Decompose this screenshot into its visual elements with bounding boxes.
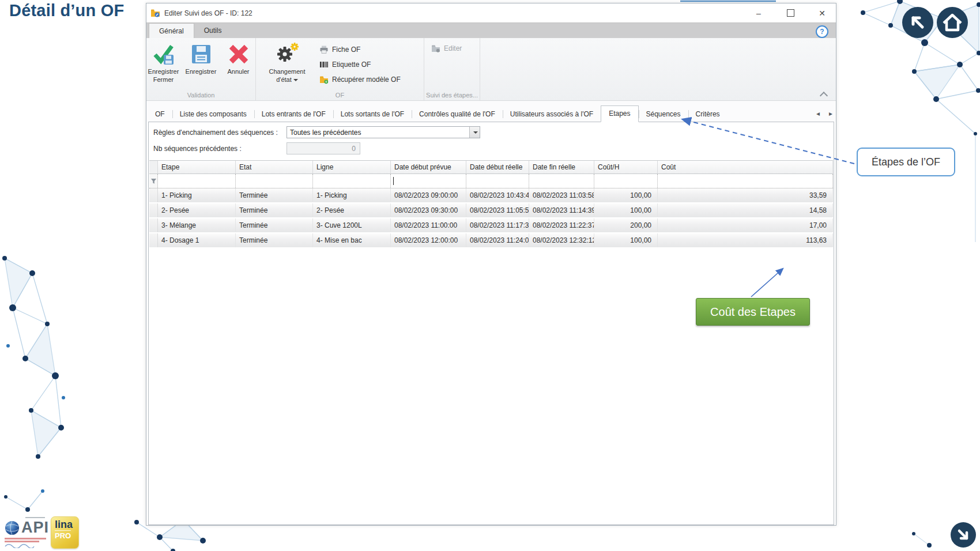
ribbon-tab-outils[interactable]: Outils <box>194 23 232 38</box>
filter-cell-etat[interactable] <box>236 174 313 188</box>
row-indicator <box>149 203 158 217</box>
combobox-dropdown-button[interactable] <box>469 127 480 138</box>
grid-row-3[interactable]: 3- Mélange Terminée 3- Cuve 1200L 08/02/… <box>149 218 833 233</box>
ribbon-tab-general[interactable]: Général <box>149 23 194 38</box>
cell-cout-h[interactable]: 100,00 <box>594 203 658 217</box>
col-cout-h[interactable]: Coût/H <box>594 161 658 173</box>
cell-ligne[interactable]: 1- Picking <box>313 188 391 202</box>
tab-controles-qualite[interactable]: Contrôles qualité de l'OF <box>412 107 503 122</box>
cell-date-fin-reelle[interactable]: 08/02/2023 12:32:12 <box>529 233 594 247</box>
cell-date-fin-reelle[interactable]: 08/02/2023 11:14:39 <box>529 203 594 217</box>
col-ligne[interactable]: Ligne <box>313 161 391 173</box>
save-label: Enregistrer <box>186 68 217 76</box>
nav-up-left-button[interactable] <box>902 7 933 38</box>
cell-date-debut-reelle[interactable]: 08/02/2023 11:17:31 <box>466 218 529 232</box>
home-icon <box>937 7 968 38</box>
nav-home-button[interactable] <box>937 7 968 38</box>
nb-sequences-label: Nb séquences précédentes : <box>153 145 242 153</box>
cell-cout-h[interactable]: 100,00 <box>594 233 658 247</box>
cell-date-debut-prevue[interactable]: 08/02/2023 11:00:00 <box>391 218 466 232</box>
tab-utilisateurs[interactable]: Utilisateurs associés à l'OF <box>503 107 601 122</box>
dropdown-caret-icon <box>293 79 298 81</box>
minimize-button[interactable]: – <box>754 9 763 18</box>
help-button[interactable]: ? <box>816 25 828 38</box>
filter-cell-cout-h[interactable] <box>594 174 658 188</box>
filter-cell-date-debut-reelle[interactable] <box>466 174 529 188</box>
group-label-suivi: Suivi des étapes... <box>424 92 480 99</box>
col-etat[interactable]: Etat <box>236 161 313 173</box>
cell-etape[interactable]: 2- Pesée <box>158 203 236 217</box>
tab-etapes[interactable]: Etapes <box>601 105 638 122</box>
lina-logo-text: lina <box>55 519 78 530</box>
cell-ligne[interactable]: 3- Cuve 1200L <box>313 218 391 232</box>
tab-liste-composants[interactable]: Liste des composants <box>172 107 254 122</box>
col-cout[interactable]: Coût <box>658 161 833 173</box>
callout-etapes-label: Étapes de l’OF <box>872 156 940 168</box>
cell-cout[interactable]: 17,00 <box>658 218 833 232</box>
cell-cout[interactable]: 14,58 <box>658 203 833 217</box>
cell-cout-h[interactable]: 200,00 <box>594 218 658 232</box>
cell-etat[interactable]: Terminée <box>236 203 313 217</box>
filter-cell-date-fin-reelle[interactable] <box>529 174 594 188</box>
col-date-debut-prevue[interactable]: Date début prévue <box>391 161 466 173</box>
nav-down-right-button[interactable] <box>951 522 976 548</box>
folder-download-icon <box>319 75 329 84</box>
tab-lots-sortants[interactable]: Lots sortants de l'OF <box>333 107 412 122</box>
fiche-of-button[interactable]: Fiche OF <box>319 44 401 55</box>
rule-combobox[interactable]: Toutes les précédentes <box>287 126 480 138</box>
close-button[interactable]: ✕ <box>817 9 827 18</box>
cell-date-fin-reelle[interactable]: 08/02/2023 11:03:58 <box>529 188 594 202</box>
pro-logo-text: PRO <box>55 530 71 540</box>
cell-cout-h[interactable]: 100,00 <box>594 188 658 202</box>
callout-etapes-de-l-of: Étapes de l’OF <box>857 148 955 176</box>
filter-cell-etape[interactable] <box>158 174 236 188</box>
grid-row-1[interactable]: 1- Picking Terminée 1- Picking 08/02/202… <box>149 188 833 203</box>
tab-sequences[interactable]: Séquences <box>639 107 688 122</box>
cell-etape[interactable]: 4- Dosage 1 <box>158 233 236 247</box>
filter-cell-date-debut-prevue[interactable] <box>391 174 466 188</box>
maximize-button[interactable] <box>786 9 795 18</box>
filter-cell-ligne[interactable] <box>313 174 391 188</box>
cell-cout[interactable]: 113,63 <box>658 233 833 247</box>
rule-label: Règles d'enchainement des séquences : <box>153 129 278 137</box>
tab-of[interactable]: OF <box>148 107 172 122</box>
cell-cout[interactable]: 33,59 <box>658 188 833 202</box>
col-date-fin-reelle[interactable]: Date fin réelle <box>529 161 594 173</box>
cell-ligne[interactable]: 2- Pesée <box>313 203 391 217</box>
cell-date-debut-prevue[interactable]: 08/02/2023 12:00:00 <box>391 233 466 247</box>
lina-pro-logo: lina PRO <box>51 516 79 549</box>
cell-etape[interactable]: 3- Mélange <box>158 218 236 232</box>
cell-etat[interactable]: Terminée <box>236 233 313 247</box>
collapse-ribbon-icon[interactable] <box>820 92 828 97</box>
app-window: Editer Suivi des OF - ID: 122 – ✕ Généra… <box>146 3 836 526</box>
etiquette-of-button[interactable]: Etiquette OF <box>319 59 401 70</box>
filter-cell-cout[interactable] <box>658 174 833 188</box>
nb-sequences-field: 0 <box>287 142 360 154</box>
cell-date-debut-prevue[interactable]: 08/02/2023 09:00:00 <box>391 188 466 202</box>
cell-date-debut-reelle[interactable]: 08/02/2023 10:43:49 <box>466 188 529 202</box>
tab-lots-entrants[interactable]: Lots entrants de l'OF <box>254 107 333 122</box>
col-date-debut-reelle[interactable]: Date début réelle <box>466 161 529 173</box>
cell-date-fin-reelle[interactable]: 08/02/2023 11:22:37 <box>529 218 594 232</box>
tab-criteres[interactable]: Critères <box>688 107 728 122</box>
grid-row-2[interactable]: 2- Pesée Terminée 2- Pesée 08/02/2023 09… <box>149 203 833 218</box>
cell-etat[interactable]: Terminée <box>236 188 313 202</box>
api-logo-text: API <box>21 519 49 537</box>
tab-scroll-left-icon[interactable]: ◂ <box>816 110 820 117</box>
save-close-icon <box>152 41 176 67</box>
cell-ligne[interactable]: 4- Mise en bac <box>313 233 391 247</box>
col-etape[interactable]: Etape <box>158 161 236 173</box>
ribbon-group-validation: Enregistrer Fermer Enregistrer <box>146 38 256 100</box>
row-indicator <box>149 188 158 202</box>
window-title: Editer Suivi des OF - ID: 122 <box>164 9 252 17</box>
row-indicator <box>149 218 158 232</box>
recuperer-modele-button[interactable]: Récupérer modèle OF <box>319 74 401 85</box>
cell-date-debut-prevue[interactable]: 08/02/2023 09:30:00 <box>391 203 466 217</box>
cell-date-debut-reelle[interactable]: 08/02/2023 11:24:01 <box>466 233 529 247</box>
cell-etape[interactable]: 1- Picking <box>158 188 236 202</box>
cell-etat[interactable]: Terminée <box>236 218 313 232</box>
cell-date-debut-reelle[interactable]: 08/02/2023 11:05:54 <box>466 203 529 217</box>
grid-row-4[interactable]: 4- Dosage 1 Terminée 4- Mise en bac 08/0… <box>149 233 833 248</box>
tab-scroll-right-icon[interactable]: ▸ <box>829 110 832 117</box>
filter-funnel-icon <box>150 178 157 184</box>
